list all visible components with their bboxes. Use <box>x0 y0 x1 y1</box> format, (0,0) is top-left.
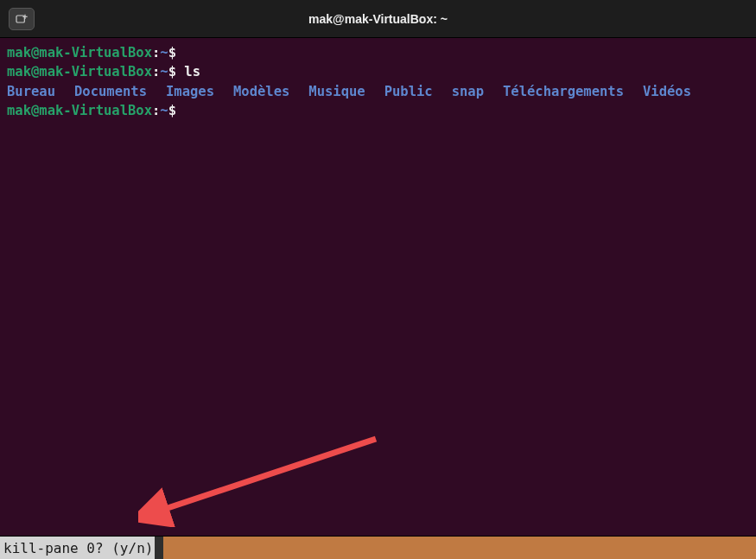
prompt-line: mak@mak-VirtualBox:~$ <box>7 43 749 62</box>
directory-entry: Musique <box>308 84 365 99</box>
directory-entry: Téléchargements <box>503 84 624 99</box>
tmux-confirm-prompt[interactable]: kill-pane 0? (y/n) <box>0 537 155 559</box>
directory-entry: Vidéos <box>643 84 691 99</box>
prompt-symbol: $ <box>168 103 176 118</box>
prompt-symbol: $ <box>168 45 176 60</box>
new-tab-icon <box>15 12 29 26</box>
prompt-user: mak@mak-VirtualBox <box>7 103 152 118</box>
directory-entry: Documents <box>74 84 147 99</box>
prompt-user: mak@mak-VirtualBox <box>7 64 152 79</box>
tmux-status-rest <box>163 537 756 559</box>
prompt-symbol: $ <box>168 64 176 79</box>
new-tab-button[interactable] <box>9 8 35 30</box>
directory-entry: Images <box>166 84 214 99</box>
window-title: mak@mak-VirtualBox: ~ <box>0 12 756 26</box>
tmux-cursor <box>155 537 163 559</box>
directory-entry: Bureau <box>7 84 55 99</box>
prompt-line: mak@mak-VirtualBox:~$ <box>7 101 749 120</box>
command-text: ls <box>176 64 200 79</box>
directory-entry: Modèles <box>233 84 289 99</box>
prompt-path: ~ <box>160 45 168 60</box>
terminal-output[interactable]: mak@mak-VirtualBox:~$ mak@mak-VirtualBox… <box>0 38 756 536</box>
ls-output-line: BureauDocumentsImagesModèlesMusiquePubli… <box>7 82 749 101</box>
prompt-line: mak@mak-VirtualBox:~$ ls <box>7 62 749 81</box>
titlebar: mak@mak-VirtualBox: ~ <box>0 0 756 38</box>
prompt-user: mak@mak-VirtualBox <box>7 45 152 60</box>
prompt-path: ~ <box>160 64 168 79</box>
prompt-path: ~ <box>160 103 168 118</box>
tmux-status-bar: kill-pane 0? (y/n) <box>0 536 756 559</box>
directory-entry: Public <box>384 84 433 99</box>
directory-entry: snap <box>452 84 484 99</box>
